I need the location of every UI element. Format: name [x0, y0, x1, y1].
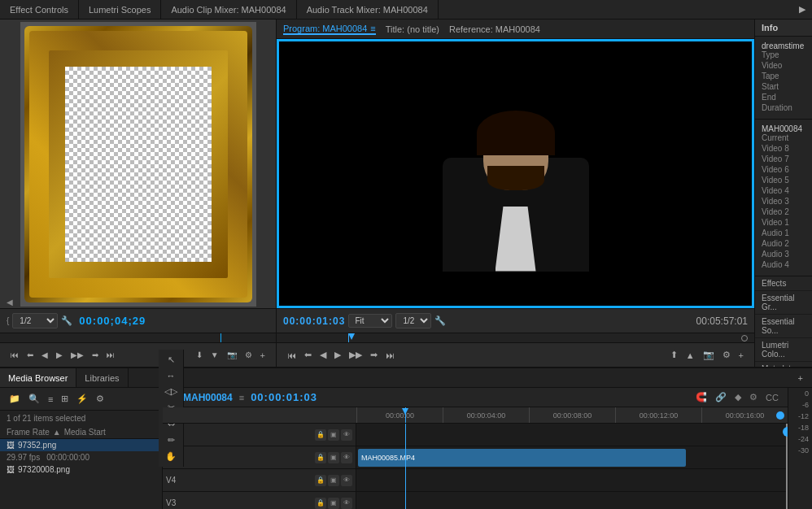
track-v5-lock[interactable]: 🔒 [315, 452, 326, 463]
track-v3-sync[interactable]: ▣ [328, 498, 339, 509]
track-v4-sync[interactable]: ▣ [328, 475, 339, 486]
ripple-trim-btn[interactable]: ◁▷ [162, 388, 180, 398]
new-item-btn[interactable]: 📁 [7, 392, 23, 406]
info-panel-header[interactable]: Info [755, 20, 812, 37]
tab-effect-controls[interactable]: Effect Controls [0, 0, 79, 19]
tab-overflow-arrow[interactable]: ▶ [792, 4, 812, 15]
column-headers: Frame Rate ▲ Media Start [0, 426, 162, 439]
tab-title[interactable]: Title: (no title) [386, 24, 439, 34]
effects-panel-item[interactable]: Effects [755, 276, 812, 291]
source-add-btn[interactable]: + [258, 349, 268, 362]
reference-label: Reference: MAH00084 [449, 24, 540, 34]
program-transport-group: ⏮ ⬅ ◀ ▶ ▶▶ ➡ ⏭ [285, 348, 397, 362]
prog-to-out-btn[interactable]: ⏭ [383, 348, 397, 362]
track-v3-lock[interactable]: 🔒 [315, 498, 326, 509]
track-v6: V6 🔒 ▣ 👁 [163, 424, 356, 446]
source-to-in-btn[interactable]: ⏮ [8, 350, 21, 361]
tab-program[interactable]: Program: MAH00084 ≡ [283, 24, 376, 35]
program-ratio-select[interactable]: 1/2Fit [395, 313, 431, 328]
program-fit-select[interactable]: Fit25%50%100% [348, 314, 392, 328]
track-v6-sync[interactable]: ▣ [328, 429, 339, 441]
track-v5-sync[interactable]: ▣ [328, 452, 339, 463]
file-name-1: 97352.png [18, 441, 56, 450]
track-v4-eye[interactable]: 👁 [341, 475, 352, 486]
track-v3-controls: 🔒 ▣ 👁 [315, 498, 352, 509]
tab-libraries[interactable]: Libraries [76, 368, 128, 387]
source-next-frame-btn[interactable]: ▶▶ [68, 350, 86, 361]
level-neg18: -18 [792, 424, 809, 432]
track-v5-eye[interactable]: 👁 [341, 452, 352, 463]
source-settings-btn[interactable]: ⚙ [242, 349, 255, 362]
timeline-header: ✕ MAH00084 ≡ 00:00:01:03 🧲 🔗 ◆ ⚙ CC [163, 388, 788, 407]
start-label: Start [762, 82, 805, 91]
pen-btn[interactable]: ✏ [162, 433, 180, 447]
source-zoom-select[interactable]: 1/2Fit25%100% [12, 313, 58, 328]
prog-settings-btn[interactable]: ⚙ [720, 348, 733, 362]
source-insert-btn[interactable]: ⬇ [194, 349, 205, 362]
source-camera-btn[interactable]: 📷 [225, 349, 239, 362]
prog-extract-btn[interactable]: ▲ [683, 348, 697, 362]
level-neg6: -6 [792, 401, 809, 409]
icon-view-btn[interactable]: ⊞ [59, 392, 71, 406]
source-controls-bar: { 1/2Fit25%100% 🔧 00:00;04;29 [0, 308, 276, 333]
tab-reference[interactable]: Reference: MAH00084 [449, 24, 540, 34]
lumetri-color-item[interactable]: Lumetri Colo... [755, 338, 812, 362]
tl-snap-btn[interactable]: 🧲 [693, 391, 709, 403]
sort-icon[interactable]: ▲ [53, 428, 61, 437]
tab-lumetri-scopes[interactable]: Lumetri Scopes [79, 0, 161, 19]
tl-link-btn[interactable]: 🔗 [713, 391, 729, 403]
program-timeline-ruler[interactable] [277, 333, 754, 342]
hand-btn[interactable]: ✋ [162, 450, 180, 463]
source-step-fwd-btn[interactable]: ➡ [89, 350, 101, 361]
tl-cc-btn[interactable]: CC [763, 391, 781, 403]
list-view-btn[interactable]: ≡ [46, 393, 55, 406]
file-item-1[interactable]: 🖼 97352.png [0, 439, 162, 451]
track-v4-lock[interactable]: 🔒 [315, 475, 326, 486]
v2-label: Video 2 [762, 207, 805, 216]
source-to-out-btn[interactable]: ⏭ [104, 350, 117, 361]
prog-add-btn[interactable]: + [736, 348, 746, 362]
program-menu-icon[interactable]: ≡ [370, 24, 375, 33]
track-v3-eye[interactable]: 👁 [341, 498, 352, 509]
tab-media-browser[interactable]: Media Browser [0, 368, 76, 387]
wrench-icon[interactable]: 🔧 [61, 315, 72, 326]
auto-match-btn[interactable]: ⚡ [74, 392, 90, 406]
source-play-btn[interactable]: ▶ [54, 350, 65, 361]
tl-add-marker-btn[interactable]: ◆ [732, 391, 744, 403]
program-wrench-icon[interactable]: 🔧 [434, 315, 446, 326]
tab-audio-clip-mixer[interactable]: Audio Clip Mixer: MAH00084 [161, 0, 296, 19]
prog-next-frame-btn[interactable]: ▶▶ [347, 348, 365, 362]
bottom-add-btn[interactable]: + [796, 372, 805, 385]
source-prev-frame-btn[interactable]: ◀ [39, 350, 50, 361]
timeline-menu-icon[interactable]: ≡ [239, 393, 244, 402]
essential-graphics-item[interactable]: Essential Gr... [755, 291, 812, 315]
track-v6-lock[interactable]: 🔒 [315, 429, 326, 441]
prog-to-in-btn[interactable]: ⏮ [285, 348, 299, 362]
timeline-ruler[interactable]: 00:00:00 00:00:04:00 00:00:08:00 00:00:1… [163, 407, 788, 424]
settings-btn[interactable]: ⚙ [94, 392, 107, 406]
prog-prev-frame-btn[interactable]: ◀ [317, 348, 329, 362]
duration-label: Duration [762, 103, 805, 112]
source-overwrite-btn[interactable]: ▼ [208, 349, 221, 362]
prog-camera-btn[interactable]: 📷 [701, 348, 717, 362]
track-v6-eye[interactable]: 👁 [341, 429, 352, 441]
prog-play-btn[interactable]: ▶ [332, 348, 343, 362]
checkerboard-area [65, 67, 212, 262]
track-content-area[interactable]: MAH00085.MP4 dreamstime_16979 7352.png [356, 424, 788, 509]
clip-mah00085-v5[interactable]: MAH00085.MP4 [358, 449, 686, 467]
tab-audio-track-mixer[interactable]: Audio Track Mixer: MAH00084 [297, 0, 439, 19]
file-name-2: 97320008.png [18, 465, 70, 474]
file-item-2[interactable]: 🖼 97320008.png [0, 463, 162, 476]
source-step-back-btn[interactable]: ⬅ [24, 350, 36, 361]
search-btn[interactable]: 🔍 [26, 392, 42, 406]
essential-sound-item[interactable]: Essential So... [755, 315, 812, 338]
prog-lift-btn[interactable]: ⬆ [668, 348, 680, 362]
source-frame-container [20, 22, 256, 307]
prog-step-fwd-btn[interactable]: ➡ [368, 348, 380, 362]
bottom-main-area: 📁 🔍 ≡ ⊞ ⚡ ⚙ 1 of 21 items selected Frame… [0, 388, 812, 509]
timeline-playhead-marker-top [402, 408, 408, 415]
source-timeline-ruler[interactable] [0, 333, 276, 342]
prog-step-back-btn[interactable]: ⬅ [302, 348, 314, 362]
tl-settings-btn[interactable]: ⚙ [747, 391, 760, 403]
a4-label: Audio 4 [762, 260, 805, 269]
